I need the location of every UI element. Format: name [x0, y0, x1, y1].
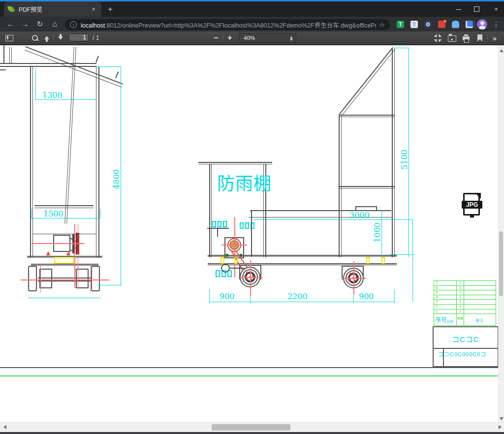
cad-dim-line — [353, 295, 354, 303]
translate-extension-icon[interactable]: 文 — [410, 21, 418, 28]
next-page-button[interactable] — [55, 33, 66, 43]
bookmark-button[interactable] — [474, 33, 485, 43]
window-close-button[interactable]: × — [491, 6, 501, 13]
table-row: 71 — [434, 281, 496, 286]
url-text[interactable]: localhost:8012/onlinePreview?url=http%3A… — [81, 20, 376, 30]
tab-title: PDF预览 — [19, 5, 90, 13]
green-shield-extension-icon[interactable]: T — [397, 21, 404, 28]
page-number-input[interactable] — [69, 33, 89, 41]
arrow-down-icon — [58, 36, 63, 42]
cad-post — [30, 67, 31, 257]
cloud-extension-icon[interactable] — [452, 21, 459, 28]
table-row: 31 — [434, 300, 496, 305]
zoom-in-button[interactable]: + — [224, 33, 235, 43]
toolbar-separator — [53, 34, 54, 41]
page-info-icon[interactable]: i — [70, 21, 77, 28]
scroll-down-icon[interactable] — [500, 417, 504, 422]
cad-line — [198, 162, 272, 163]
cad-line — [217, 229, 218, 237]
title-block-code: コ⊃C0C000C0コ — [438, 350, 486, 358]
cad-frame-rail — [31, 264, 98, 265]
cad-centerline — [78, 224, 78, 288]
cad-dim-line — [96, 66, 122, 67]
select-spinner-icon — [290, 35, 293, 42]
zoom-out-button[interactable]: − — [211, 33, 221, 43]
page-count-label: / 1 — [93, 34, 99, 41]
row-no: 2 — [436, 304, 438, 309]
previous-page-button[interactable] — [41, 33, 52, 43]
zoom-level-select[interactable]: 40% — [239, 33, 296, 42]
window-minimize-button[interactable] — [456, 9, 461, 10]
cad-frame-rail — [208, 265, 397, 265]
fullscreen-icon — [435, 35, 441, 41]
cad-line — [34, 205, 94, 206]
cad-post — [209, 164, 210, 257]
cad-centerline — [342, 278, 366, 279]
row-no: 1 — [436, 309, 438, 313]
tab-pdf-preview[interactable]: PDF预览 × — [4, 1, 101, 17]
forward-icon[interactable]: → — [21, 20, 30, 28]
cad-brace — [66, 47, 76, 224]
cad-red-arrow — [66, 249, 70, 255]
blue-app-extension-icon[interactable] — [466, 21, 473, 28]
vertical-scrollbar-thumb[interactable] — [499, 231, 503, 296]
home-icon[interactable]: ⌂ — [50, 20, 59, 28]
blue-circle-extension-icon[interactable] — [424, 21, 432, 28]
address-bar[interactable]: i localhost:8012/onlinePreview?url=http%… — [65, 19, 390, 30]
cad-yellow-highlight — [381, 257, 385, 264]
red-grid-extension-icon[interactable] — [438, 21, 445, 28]
row-no: 4 — [436, 295, 438, 299]
row-qty: 1 — [459, 309, 461, 313]
window-maximize-button[interactable] — [474, 6, 479, 12]
sidebar-toggle-button[interactable] — [4, 33, 15, 43]
row-no: 3 — [436, 299, 438, 304]
cad-dim-line — [32, 218, 100, 218]
print-button[interactable] — [461, 33, 472, 43]
bookmark-star-icon[interactable]: ☆ — [379, 21, 385, 29]
cad-yellow-highlight — [220, 257, 224, 264]
new-tab-button[interactable]: + — [105, 4, 115, 14]
cad-tick — [115, 71, 119, 78]
pdf-viewer-toolbar: / 1 − + 40% » — [0, 31, 504, 45]
scroll-right-icon[interactable] — [499, 425, 504, 429]
header-note: 备注 — [475, 317, 483, 323]
cad-post — [96, 67, 96, 257]
cad-line — [339, 188, 394, 188]
cad-cyan-glyph — [216, 270, 220, 277]
zoom-level-value: 40% — [244, 35, 255, 41]
profile-avatar[interactable] — [477, 19, 487, 30]
cad-deck-line — [250, 210, 391, 211]
row-qty: 1 — [459, 290, 461, 294]
cad-dim-line — [98, 285, 122, 285]
cad-centerline — [74, 224, 75, 288]
parts-list-table: 71 61 51 41 31 21 11 — [434, 280, 496, 314]
cad-line — [11, 47, 12, 63]
cad-line — [3, 45, 4, 63]
cad-post — [32, 67, 33, 257]
scroll-up-icon[interactable] — [500, 47, 504, 52]
more-tools-button[interactable]: » — [489, 33, 500, 43]
toolbar-separator — [487, 34, 488, 41]
tab-close-icon[interactable]: × — [90, 5, 97, 13]
search-icon — [32, 35, 38, 41]
cad-centerline — [238, 277, 262, 278]
cad-dim-line — [390, 254, 414, 255]
find-button[interactable] — [30, 33, 40, 43]
cad-tick — [95, 56, 99, 62]
cad-frame-rail — [27, 256, 102, 257]
jpg-notch — [470, 215, 474, 217]
header-name: 名称 — [446, 319, 453, 324]
bookmark-icon — [477, 34, 482, 41]
jpg-download-icon[interactable]: JPG — [461, 193, 483, 218]
dim-left-height: 4800 — [112, 169, 121, 189]
cad-dim-line — [395, 48, 410, 48]
back-icon[interactable]: ← — [6, 20, 15, 28]
horizontal-scrollbar-thumb[interactable] — [212, 424, 290, 431]
open-file-button[interactable] — [446, 33, 457, 43]
presentation-mode-button[interactable] — [432, 33, 443, 43]
cad-centerline — [221, 245, 247, 246]
reload-icon[interactable]: ↻ — [35, 20, 44, 28]
row-qty: 1 — [459, 304, 461, 309]
browser-menu-icon[interactable]: ⋮ — [492, 20, 500, 28]
scroll-left-icon[interactable] — [1, 425, 6, 429]
